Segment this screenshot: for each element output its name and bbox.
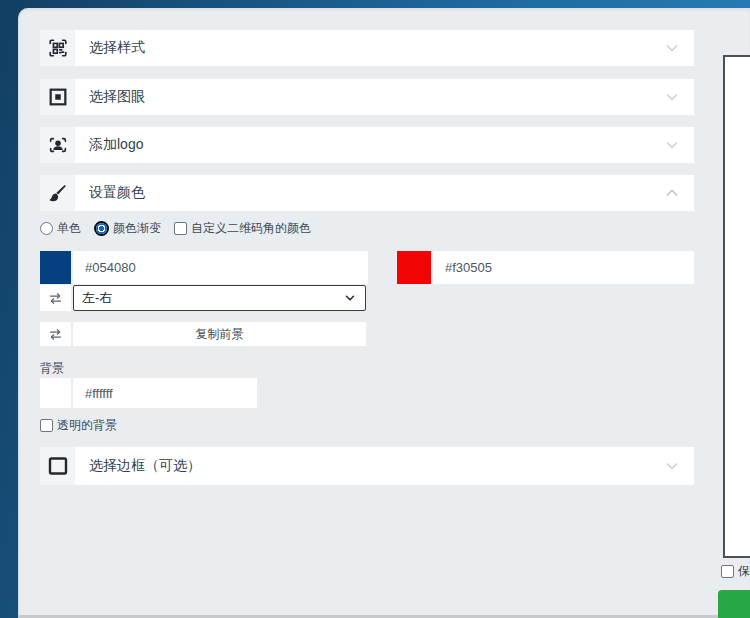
accordion-label: 选择样式: [89, 39, 145, 57]
qr-preview-panel: [723, 55, 750, 558]
background-swatch[interactable]: [40, 378, 71, 408]
accordion-choose-border[interactable]: 选择边框（可选）: [40, 447, 694, 485]
foreground-end-hex-input[interactable]: [433, 251, 694, 284]
qr-eye-icon: [40, 79, 75, 115]
foreground-end-swatch[interactable]: [397, 251, 431, 284]
logo-person-icon: [40, 127, 75, 163]
radio-icon: [40, 222, 53, 235]
chevron-down-icon: [662, 38, 682, 58]
checkbox-icon: [40, 419, 53, 432]
accordion-add-logo[interactable]: 添加logo: [40, 127, 694, 163]
accordion-set-color[interactable]: 设置颜色: [40, 175, 694, 211]
qr-generator-page: { "accordion": { "items": [ { "label": "…: [0, 0, 750, 618]
copy-foreground-button[interactable]: 复制前景: [73, 322, 366, 346]
background-hex-input[interactable]: [73, 378, 257, 408]
accordion-label: 选择图眼: [89, 88, 145, 106]
chevron-down-icon: [662, 87, 682, 107]
accordion-label: 设置颜色: [89, 184, 145, 202]
qr-style-icon: [40, 30, 75, 66]
foreground-start-swatch[interactable]: [40, 251, 71, 284]
chevron-up-icon: [662, 183, 682, 203]
accordion-label: 添加logo: [89, 136, 143, 154]
accordion-choose-eye[interactable]: 选择图眼: [40, 79, 694, 115]
save-option-row: 保: [721, 563, 750, 580]
color-mode-row: 单色 颜色渐变 自定义二维码角的颜色: [40, 219, 319, 237]
transparent-bg-row: 透明的背景: [40, 416, 125, 434]
select-chevron-icon: [343, 291, 357, 305]
background-label: 背景: [40, 360, 64, 377]
radio-checked-icon: [94, 221, 109, 236]
gradient-direction-select[interactable]: 左-右: [73, 285, 366, 311]
generate-button[interactable]: [718, 590, 750, 618]
border-frame-icon: [40, 447, 75, 485]
checkbox-custom-corner-color[interactable]: 自定义二维码角的颜色: [174, 220, 311, 237]
radio-label: 单色: [57, 220, 81, 237]
chevron-down-icon: [662, 135, 682, 155]
checkbox-transparent-background[interactable]: 透明的背景: [40, 417, 117, 434]
swap-copy-icon: [40, 322, 71, 346]
checkbox-label: 保: [738, 563, 750, 580]
paintbrush-icon: [40, 175, 75, 211]
radio-label: 颜色渐变: [113, 220, 161, 237]
checkbox-icon: [174, 222, 187, 235]
selected-direction: 左-右: [82, 289, 343, 307]
accordion-choose-style[interactable]: 选择样式: [40, 30, 694, 66]
foreground-start-hex-input[interactable]: [73, 251, 368, 284]
accordion-label: 选择边框（可选）: [89, 457, 201, 475]
checkbox-icon: [721, 565, 734, 578]
chevron-down-icon: [662, 456, 682, 476]
radio-gradient-color[interactable]: 颜色渐变: [94, 220, 161, 237]
radio-single-color[interactable]: 单色: [40, 220, 81, 237]
swap-direction-icon: [40, 285, 71, 311]
checkbox-label: 透明的背景: [57, 417, 117, 434]
checkbox-save[interactable]: 保: [721, 563, 750, 580]
checkbox-label: 自定义二维码角的颜色: [191, 220, 311, 237]
